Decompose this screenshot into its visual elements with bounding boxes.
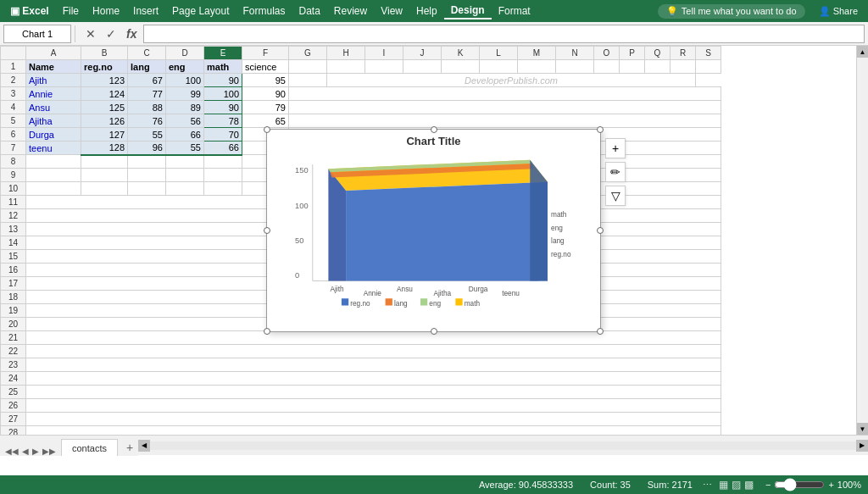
sheet-tab-contacts[interactable]: contacts [61,439,118,456]
cell-b7[interactable]: 128 [81,142,128,155]
cell-b6[interactable]: 127 [81,128,128,142]
cell-b4[interactable]: 125 [81,101,128,114]
menu-home[interactable]: Home [86,3,126,19]
chart-filter-button[interactable]: ▽ [605,186,626,206]
cell-d1[interactable]: eng [166,60,204,74]
sheet-nav-next[interactable]: ▶ [31,447,41,456]
cell-g2[interactable] [289,74,327,87]
chart-style-button[interactable]: ✏ [605,162,626,182]
handle-br[interactable] [597,328,604,335]
cell-b3[interactable]: 124 [81,87,128,101]
cell-b5[interactable]: 126 [81,114,128,128]
col-header-n[interactable]: N [556,47,594,60]
handle-bm[interactable] [431,328,437,335]
cell-d2[interactable]: 100 [166,74,204,87]
cell-e1[interactable]: math [204,60,242,74]
cell-a2[interactable]: Ajith [26,74,81,87]
col-header-p[interactable]: P [620,47,645,60]
cell-o1[interactable] [594,60,620,74]
cell-e3[interactable]: 100 [204,87,242,101]
zoom-in-button[interactable]: + [828,480,833,490]
sheet-nav-last[interactable]: ▶▶ [41,447,58,456]
cell-g1[interactable] [289,60,327,74]
cell-d6[interactable]: 66 [166,128,204,142]
handle-tm[interactable] [431,126,437,133]
col-header-e[interactable]: E [204,47,242,60]
scroll-down[interactable]: ▼ [857,423,868,435]
menu-formulas[interactable]: Formulas [236,3,292,19]
sheet-nav-prev[interactable]: ◀ [20,447,31,456]
normal-view-button[interactable]: ▦ [719,479,728,491]
menu-insert[interactable]: Insert [126,3,165,19]
cell-c1[interactable]: lang [128,60,166,74]
h-scroll-track[interactable] [150,441,856,450]
menu-design[interactable]: Design [444,3,492,19]
zoom-slider[interactable] [774,478,825,491]
scroll-track[interactable] [857,58,868,423]
cell-d7[interactable]: 55 [166,142,204,155]
col-header-s[interactable]: S [696,47,721,60]
col-header-k[interactable]: K [442,47,480,60]
cell-a5[interactable]: Ajitha [26,114,81,128]
cell-k1[interactable] [442,60,480,74]
cell-s1[interactable] [696,60,721,74]
cell-m1[interactable] [518,60,556,74]
col-header-m[interactable]: M [518,47,556,60]
cell-e2[interactable]: 90 [204,74,242,87]
cell-j1[interactable] [403,60,442,74]
col-header-d[interactable]: D [166,47,204,60]
cell-a4[interactable]: Ansu [26,101,81,114]
col-header-r[interactable]: R [670,47,696,60]
cell-f2[interactable]: 95 [242,74,289,87]
name-box[interactable] [3,25,71,43]
horizontal-scroll-area[interactable]: ◀ ▶ [138,436,868,455]
cell-l1[interactable] [480,60,518,74]
cell-f1[interactable]: science [242,60,289,74]
scroll-right[interactable]: ▶ [856,440,868,452]
fx-icon[interactable]: fx [123,25,140,42]
cell-r1[interactable] [670,60,696,74]
page-layout-view-button[interactable]: ▨ [732,479,741,491]
cell-c6[interactable]: 55 [128,128,166,142]
cell-c2[interactable]: 67 [128,74,166,87]
cell-a1[interactable]: Name [26,60,81,74]
cell-e7[interactable]: 66 [204,142,242,155]
col-header-a[interactable]: A [26,47,81,60]
cell-d3[interactable]: 99 [166,87,204,101]
cell-d5[interactable]: 56 [166,114,204,128]
cell-b1[interactable]: reg.no [81,60,128,74]
cell-a3[interactable]: Annie [26,87,81,101]
col-header-l[interactable]: L [480,47,518,60]
handle-tl[interactable] [264,126,270,133]
cell-a6[interactable]: Durga [26,128,81,142]
cell-i1[interactable] [365,60,403,74]
menu-file[interactable]: File [56,3,86,19]
cell-q1[interactable] [645,60,670,74]
handle-mr[interactable] [597,227,604,234]
zoom-out-button[interactable]: − [765,480,771,490]
cell-c3[interactable]: 77 [128,87,166,101]
col-header-q[interactable]: Q [645,47,670,60]
confirm-icon[interactable]: ✓ [103,25,120,42]
col-header-c[interactable]: C [128,47,166,60]
scroll-up[interactable]: ▲ [857,46,868,58]
handle-ml[interactable] [264,227,270,234]
cell-e5[interactable]: 78 [204,114,242,128]
menu-data[interactable]: Data [292,3,326,19]
menu-help[interactable]: Help [409,3,444,19]
col-header-b[interactable]: B [81,47,128,60]
menu-format[interactable]: Format [492,3,537,19]
cell-h1[interactable] [327,60,365,74]
cell-e6[interactable]: 70 [204,128,242,142]
cell-p1[interactable] [620,60,645,74]
cell-f5[interactable]: 65 [242,114,289,128]
share-button[interactable]: 👤 Share [812,4,865,19]
vertical-scrollbar[interactable]: ▲ ▼ [856,46,868,435]
tell-me-box[interactable]: 💡 Tell me what you want to do [658,4,805,19]
cell-n1[interactable] [556,60,594,74]
chart-add-element-button[interactable]: + [605,138,626,158]
handle-bl[interactable] [264,328,270,335]
formula-input[interactable] [143,25,865,43]
page-break-view-button[interactable]: ▩ [744,479,754,491]
handle-tr[interactable] [597,126,604,133]
